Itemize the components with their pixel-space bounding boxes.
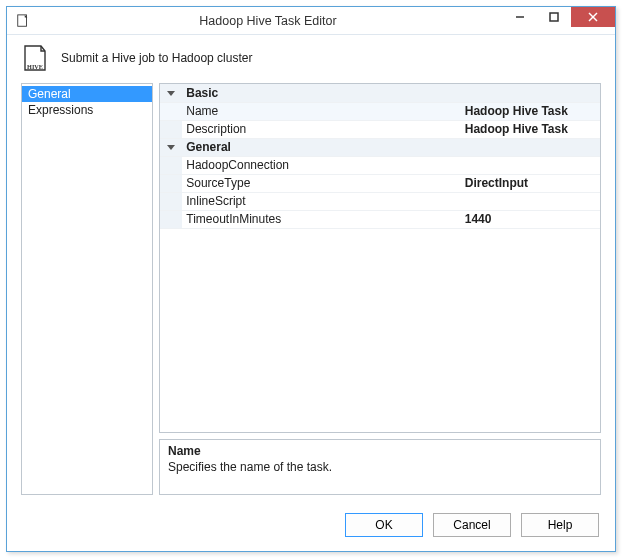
- minimize-button[interactable]: [503, 7, 537, 27]
- prop-row-hadoopconnection[interactable]: HadoopConnection: [160, 156, 600, 174]
- page-nav: General Expressions: [21, 83, 153, 495]
- collapse-icon: [167, 91, 175, 96]
- collapse-icon: [167, 145, 175, 150]
- section-label: Basic: [182, 84, 600, 102]
- property-grid[interactable]: Basic Name Hadoop Hive Task Description …: [159, 83, 601, 433]
- prop-value[interactable]: Hadoop Hive Task: [461, 120, 600, 138]
- prop-name: TimeoutInMinutes: [182, 210, 460, 228]
- prop-row-inlinescript[interactable]: InlineScript: [160, 192, 600, 210]
- hive-icon: HIVE: [21, 43, 49, 73]
- titlebar[interactable]: Hadoop Hive Task Editor: [7, 7, 615, 35]
- nav-item-expressions[interactable]: Expressions: [22, 102, 152, 118]
- window-title: Hadoop Hive Task Editor: [33, 14, 503, 28]
- header-subtitle: Submit a Hive job to Hadoop cluster: [61, 51, 252, 65]
- svg-rect-2: [550, 13, 558, 21]
- prop-name: SourceType: [182, 174, 460, 192]
- help-button[interactable]: Help: [521, 513, 599, 537]
- prop-row-description[interactable]: Description Hadoop Hive Task: [160, 120, 600, 138]
- property-description: Name Specifies the name of the task.: [159, 439, 601, 495]
- prop-value[interactable]: 1440: [461, 210, 600, 228]
- prop-value[interactable]: Hadoop Hive Task: [461, 102, 600, 120]
- section-general[interactable]: General: [160, 138, 600, 156]
- prop-row-sourcetype[interactable]: SourceType DirectInput: [160, 174, 600, 192]
- prop-row-name[interactable]: Name Hadoop Hive Task: [160, 102, 600, 120]
- ok-button[interactable]: OK: [345, 513, 423, 537]
- description-text: Specifies the name of the task.: [168, 460, 592, 474]
- prop-name: Description: [182, 120, 460, 138]
- cancel-button[interactable]: Cancel: [433, 513, 511, 537]
- section-label: General: [182, 138, 600, 156]
- app-icon: [13, 11, 33, 31]
- task-editor-window: Hadoop Hive Task Editor HIVE: [6, 6, 616, 552]
- description-title: Name: [168, 444, 592, 458]
- section-basic[interactable]: Basic: [160, 84, 600, 102]
- prop-value[interactable]: [461, 156, 600, 174]
- close-button[interactable]: [571, 7, 615, 27]
- maximize-button[interactable]: [537, 7, 571, 27]
- prop-name: HadoopConnection: [182, 156, 460, 174]
- nav-item-general[interactable]: General: [22, 86, 152, 102]
- svg-text:HIVE: HIVE: [27, 63, 43, 70]
- dialog-footer: OK Cancel Help: [7, 503, 615, 551]
- prop-value[interactable]: DirectInput: [461, 174, 600, 192]
- prop-row-timeoutinminutes[interactable]: TimeoutInMinutes 1440: [160, 210, 600, 228]
- header: HIVE Submit a Hive job to Hadoop cluster: [7, 35, 615, 83]
- prop-value[interactable]: [461, 192, 600, 210]
- prop-name: Name: [182, 102, 460, 120]
- prop-name: InlineScript: [182, 192, 460, 210]
